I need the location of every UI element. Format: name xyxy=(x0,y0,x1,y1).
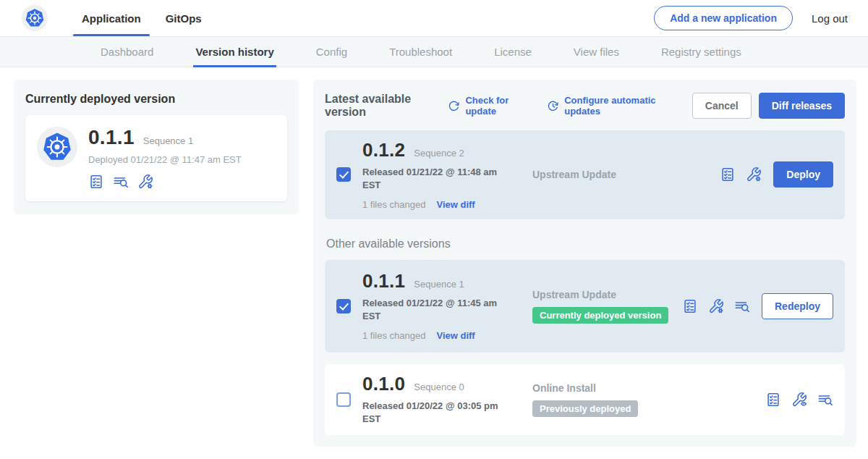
version-source-label: Upstream Update xyxy=(532,289,682,300)
deployed-sequence-label: Sequence 1 xyxy=(143,135,193,146)
app-tabs: Application GitOps xyxy=(69,0,214,36)
kubernetes-helm-icon xyxy=(41,130,74,164)
view-logs-icon[interactable] xyxy=(734,298,750,314)
view-diff-link[interactable]: View diff xyxy=(436,330,475,341)
status-badge: Currently deployed version xyxy=(532,307,668,324)
row-icons xyxy=(720,167,762,182)
actions-column: Deploy xyxy=(720,161,833,188)
diff-releases-button[interactable]: Diff releases xyxy=(759,93,845,119)
version-source-label: Online Install xyxy=(532,382,765,394)
subnav-item-config[interactable]: Config xyxy=(316,37,347,67)
preflight-checks-icon[interactable] xyxy=(682,298,698,314)
view-diff-link[interactable]: View diff xyxy=(436,199,475,210)
deployed-version-info: 0.1.1 Sequence 1 Deployed 01/21/22 @ 11:… xyxy=(88,127,242,190)
preflight-checks-icon[interactable] xyxy=(765,392,781,408)
sequence-label: Sequence 0 xyxy=(414,382,464,392)
version-checkbox[interactable] xyxy=(336,392,351,407)
edit-config-icon[interactable] xyxy=(746,167,762,182)
view-logs-icon[interactable] xyxy=(113,174,129,190)
row-icons xyxy=(682,298,750,314)
subnav: DashboardVersion historyConfigTroublesho… xyxy=(0,36,868,67)
latest-version-list: 0.1.2 Sequence 2 Released 01/21/22 @ 11:… xyxy=(325,130,845,219)
cancel-button[interactable]: Cancel xyxy=(692,93,752,119)
deployed-version-number: 0.1.1 xyxy=(88,127,135,149)
sequence-label: Sequence 1 xyxy=(414,279,464,290)
subnav-item-view-files[interactable]: View files xyxy=(574,37,619,67)
view-logs-icon[interactable] xyxy=(817,392,833,408)
version-checkbox[interactable] xyxy=(336,167,351,182)
version-row: 0.1.2 Sequence 2 Released 01/21/22 @ 11:… xyxy=(325,130,845,219)
version-info-column: 0.1.0 Sequence 0 Released 01/20/22 @ 03:… xyxy=(362,374,532,426)
status-badge: Previously deployed xyxy=(532,400,638,417)
row-icons xyxy=(765,392,833,408)
files-changed-label: 1 files changed xyxy=(362,330,425,341)
header-buttons: Cancel Diff releases xyxy=(692,93,845,119)
other-versions-list: 0.1.1 Sequence 1 Released 01/21/22 @ 11:… xyxy=(325,260,845,435)
version-checkbox[interactable] xyxy=(336,299,351,313)
subnav-item-version-history[interactable]: Version history xyxy=(195,37,273,67)
latest-version-title: Latest available version xyxy=(325,93,438,119)
deploy-action-button[interactable]: Deploy xyxy=(773,161,833,188)
preflight-checks-icon[interactable] xyxy=(720,167,736,182)
main-content: Currently deployed version 0.1.1 Sequenc… xyxy=(0,67,868,447)
kubernetes-logo[interactable] xyxy=(22,5,48,31)
edit-config-icon[interactable] xyxy=(137,174,153,190)
edit-config-icon[interactable] xyxy=(708,298,724,314)
check-for-update-link[interactable]: Check for update xyxy=(448,95,529,117)
files-changed-line: 1 files changed View diff xyxy=(362,330,532,341)
sequence-label: Sequence 2 xyxy=(414,148,464,159)
subnav-item-license[interactable]: License xyxy=(494,37,532,67)
version-info-column: 0.1.2 Sequence 2 Released 01/21/22 @ 11:… xyxy=(362,140,532,210)
files-changed-label: 1 files changed xyxy=(362,199,425,210)
version-number: 0.1.0 xyxy=(362,374,405,395)
source-column: Upstream Update xyxy=(532,169,720,180)
top-nav: Application GitOps Add a new application… xyxy=(0,0,868,36)
tab-application[interactable]: Application xyxy=(69,0,153,36)
refresh-icon xyxy=(448,100,460,112)
source-column: Online Install Previously deployed xyxy=(532,382,765,417)
actions-column: Redeploy xyxy=(682,293,833,319)
released-timestamp: Released 01/21/22 @ 11:45 am EST xyxy=(362,297,498,323)
actions-column xyxy=(765,392,833,408)
version-history-panel: Latest available version Check for updat… xyxy=(313,80,856,447)
deployed-timestamp: Deployed 01/21/22 @ 11:47 am EST xyxy=(88,154,242,165)
released-timestamp: Released 01/21/22 @ 11:48 am EST xyxy=(362,166,498,192)
version-number: 0.1.2 xyxy=(362,140,405,161)
files-changed-line: 1 files changed View diff xyxy=(362,199,532,210)
subnav-item-registry-settings[interactable]: Registry settings xyxy=(661,37,741,67)
version-row: 0.1.0 Sequence 0 Released 01/20/22 @ 03:… xyxy=(325,364,845,435)
subnav-item-troubleshoot[interactable]: Troubleshoot xyxy=(389,37,452,67)
other-versions-title: Other available versions xyxy=(325,237,845,250)
tab-gitops[interactable]: GitOps xyxy=(153,0,214,36)
top-nav-right: Add a new application Log out xyxy=(654,6,848,30)
add-application-button[interactable]: Add a new application xyxy=(654,6,793,30)
logout-link[interactable]: Log out xyxy=(812,12,848,25)
source-column: Upstream Update Currently deployed versi… xyxy=(532,289,682,324)
subnav-item-dashboard[interactable]: Dashboard xyxy=(101,37,153,67)
app-logo xyxy=(37,127,77,167)
released-timestamp: Released 01/20/22 @ 03:05 pm EST xyxy=(362,400,498,426)
currently-deployed-title: Currently deployed version xyxy=(25,93,287,106)
latest-version-header: Latest available version Check for updat… xyxy=(325,93,845,119)
version-row: 0.1.1 Sequence 1 Released 01/21/22 @ 11:… xyxy=(325,260,845,353)
kubernetes-helm-icon xyxy=(24,7,46,29)
configure-updates-link[interactable]: Configure automatic updates xyxy=(547,95,675,117)
currently-deployed-panel: Currently deployed version 0.1.1 Sequenc… xyxy=(14,80,299,214)
view-config-icon[interactable] xyxy=(791,392,807,408)
version-info-column: 0.1.1 Sequence 1 Released 01/21/22 @ 11:… xyxy=(362,271,532,341)
version-number: 0.1.1 xyxy=(362,271,405,292)
version-source-label: Upstream Update xyxy=(532,169,720,180)
deploy-action-button[interactable]: Redeploy xyxy=(762,293,833,319)
schedule-update-icon xyxy=(547,100,559,112)
preflight-checks-icon[interactable] xyxy=(88,174,104,190)
deployed-version-card: 0.1.1 Sequence 1 Deployed 01/21/22 @ 11:… xyxy=(25,115,287,201)
deployed-version-actions xyxy=(88,174,242,190)
